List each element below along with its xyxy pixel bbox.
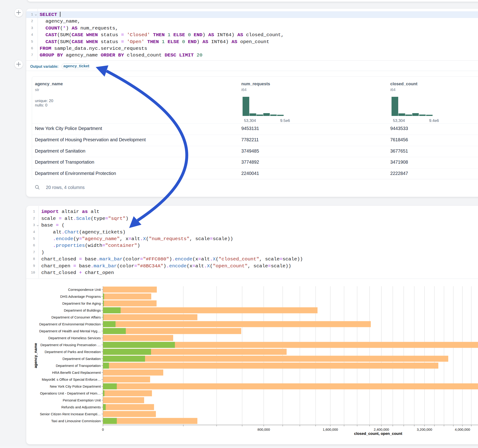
svg-text:Department of Health and Menta: Department of Health and Mental Hyg…	[39, 329, 101, 333]
svg-text:HRA Benefit Card Replacement: HRA Benefit Card Replacement	[52, 371, 101, 374]
svg-text:2,400,000: 2,400,000	[374, 428, 389, 431]
svg-text:New York City Police Departmen: New York City Police Department	[50, 384, 101, 388]
svg-text:Personal Exemption Unit: Personal Exemption Unit	[63, 398, 101, 402]
svg-text:Operations Unit - Department o: Operations Unit - Department of Hom…	[40, 391, 101, 395]
svg-text:Department of Transportation: Department of Transportation	[56, 364, 101, 367]
svg-text:Correspondence Unit: Correspondence Unit	[68, 288, 101, 292]
svg-text:Mayorâ€ s Office of Special E: Mayorâ€ s Office of Special Enforce…	[42, 378, 101, 381]
svg-text:closed_count, open_count: closed_count, open_count	[354, 431, 402, 436]
svg-text:Department of Buildings: Department of Buildings	[64, 308, 101, 312]
svg-text:Department of Parks and Recrea: Department of Parks and Recreation	[45, 350, 101, 354]
svg-text:Department of Sanitation: Department of Sanitation	[63, 357, 101, 361]
svg-text:Department of Homeless Service: Department of Homeless Services	[48, 336, 101, 340]
svg-text:Taxi and Limousine Commission: Taxi and Limousine Commission	[51, 419, 101, 423]
svg-text:Refunds and Adjustments: Refunds and Adjustments	[61, 405, 101, 409]
svg-text:Department for the Aging: Department for the Aging	[62, 301, 101, 305]
svg-text:Senior Citizen Rent Increase E: Senior Citizen Rent Increase Exempti…	[40, 412, 101, 416]
svg-text:800,000: 800,000	[258, 428, 270, 431]
svg-text:4,000,000: 4,000,000	[455, 428, 470, 431]
svg-text:DHS Advantage Programs: DHS Advantage Programs	[60, 294, 101, 299]
svg-text:Department of Environmental Pr: Department of Environmental Protection	[39, 322, 101, 326]
svg-text:0: 0	[102, 428, 104, 431]
svg-text:Department of Consumer Affairs: Department of Consumer Affairs	[51, 315, 101, 319]
svg-text:1,600,000: 1,600,000	[323, 428, 338, 431]
svg-text:3,200,000: 3,200,000	[417, 428, 432, 431]
svg-text:Department of Housing Preserva: Department of Housing Preservation …	[40, 343, 101, 347]
svg-text:agency_name: agency_name	[33, 343, 38, 368]
